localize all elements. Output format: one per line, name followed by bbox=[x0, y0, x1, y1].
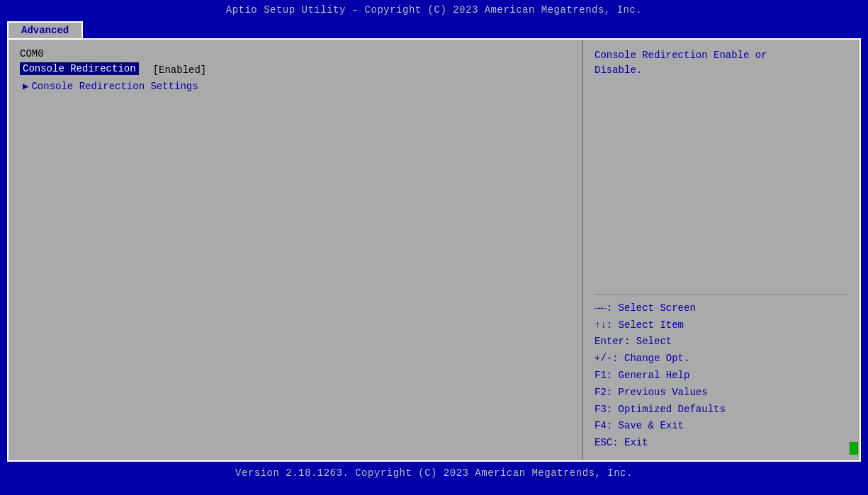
key-f2-prev: F2: Previous Values bbox=[594, 385, 848, 402]
right-panel: Console Redirection Enable or Disable. →… bbox=[583, 40, 859, 460]
help-text: Console Redirection Enable or Disable. bbox=[594, 48, 848, 288]
console-redirection-settings-item[interactable]: ▶ Console Redirection Settings bbox=[20, 79, 570, 93]
divider bbox=[594, 294, 848, 295]
key-select-item: ↑↓: Select Item bbox=[594, 317, 848, 334]
console-redirection-item[interactable]: Console Redirection bbox=[20, 62, 139, 75]
main-area: COM0 Console Redirection [Enabled] ▶ Con… bbox=[7, 38, 861, 462]
key-f3-defaults: F3: Optimized Defaults bbox=[594, 402, 848, 419]
key-help: →←: Select Screen ↑↓: Select Item Enter:… bbox=[594, 300, 848, 452]
tab-advanced[interactable]: Advanced bbox=[7, 21, 83, 38]
key-enter-select: Enter: Select bbox=[594, 334, 848, 351]
key-f4-save: F4: Save & Exit bbox=[594, 418, 848, 435]
key-change-opt: +/-: Change Opt. bbox=[594, 351, 848, 368]
help-line2: Disable. bbox=[594, 63, 848, 78]
com-label: COM0 bbox=[20, 48, 570, 59]
key-select-screen: →←: Select Screen bbox=[594, 300, 848, 317]
console-redirection-settings-label: Console Redirection Settings bbox=[31, 81, 198, 92]
console-redirection-row[interactable]: Console Redirection [Enabled] bbox=[20, 62, 570, 78]
key-f1-help: F1: General Help bbox=[594, 368, 848, 385]
bottom-bar: Version 2.18.1263. Copyright (C) 2023 Am… bbox=[0, 463, 868, 483]
arrow-icon: ▶ bbox=[23, 80, 28, 92]
console-redirection-value: [Enabled] bbox=[153, 64, 207, 76]
version-text: Version 2.18.1263. Copyright (C) 2023 Am… bbox=[235, 467, 633, 479]
green-indicator bbox=[850, 442, 858, 455]
key-esc-exit: ESC: Exit bbox=[594, 435, 848, 452]
title-bar: Aptio Setup Utility – Copyright (C) 2023… bbox=[0, 0, 868, 20]
left-panel: COM0 Console Redirection [Enabled] ▶ Con… bbox=[9, 40, 583, 460]
title-text: Aptio Setup Utility – Copyright (C) 2023… bbox=[226, 4, 643, 16]
tab-bar: Advanced bbox=[0, 20, 868, 38]
help-line1: Console Redirection Enable or bbox=[594, 48, 848, 63]
